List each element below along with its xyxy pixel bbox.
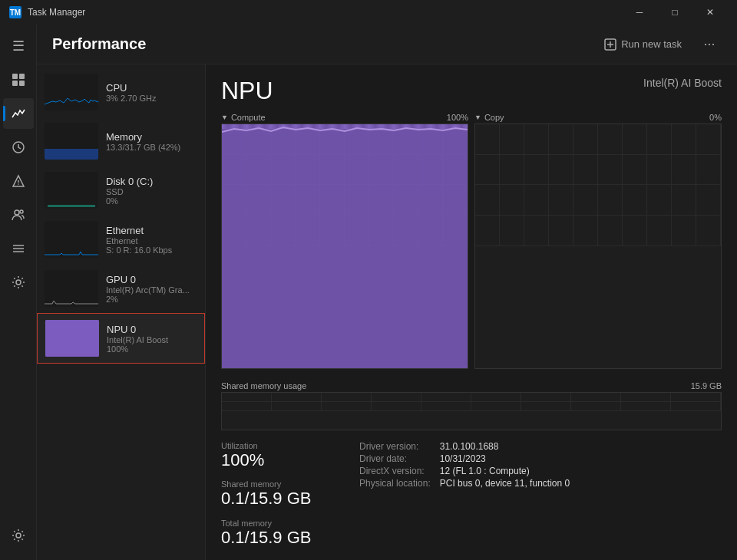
copy-chart-box xyxy=(474,124,722,369)
device-item-cpu[interactable]: CPU 3% 2.70 GHz xyxy=(37,68,205,117)
copy-chart-section: ▼ Copy 0% xyxy=(474,113,722,369)
svg-rect-2 xyxy=(12,81,18,86)
device-item-npu[interactable]: NPU 0 Intel(R) AI Boost 100% xyxy=(37,313,205,364)
physical-location-label: Physical location: xyxy=(359,478,431,489)
shared-mem-header: Shared memory usage 15.9 GB xyxy=(221,381,722,390)
minimize-button[interactable]: ─ xyxy=(622,0,657,25)
copy-label-row: ▼ Copy 0% xyxy=(474,113,722,122)
compute-label: ▼ Compute xyxy=(221,113,266,122)
page-title: Performance xyxy=(52,35,146,53)
close-button[interactable]: ✕ xyxy=(692,0,728,25)
app-icon: TM xyxy=(9,6,21,18)
ethernet-graph xyxy=(45,221,98,258)
copy-chart-grid xyxy=(475,124,721,368)
compute-pct: 100% xyxy=(447,113,468,122)
utilization-label: Utilization xyxy=(221,441,359,450)
device-item-memory[interactable]: Memory 13.3/31.7 GB (42%) xyxy=(37,117,205,166)
npu-info: NPU 0 Intel(R) AI Boost 100% xyxy=(107,324,197,354)
disk-name: Disk 0 (C:) xyxy=(106,176,197,187)
ethernet-value: S: 0 R: 16.0 Kbps xyxy=(106,245,197,255)
gpu-value: 2% xyxy=(106,295,197,304)
stat-total-memory: Total memory 0.1/15.9 GB xyxy=(221,519,359,548)
device-thumb-cpu xyxy=(45,74,98,110)
physical-location-value: PCI bus 0, device 11, function 0 xyxy=(440,478,722,489)
maximize-button[interactable]: □ xyxy=(657,0,692,25)
sidebar-item-services[interactable] xyxy=(3,267,34,298)
npu-header: NPU Intel(R) AI Boost xyxy=(221,77,722,105)
sidebar-item-history[interactable] xyxy=(3,132,34,163)
sidebar-item-performance[interactable] xyxy=(3,98,34,129)
device-item-gpu[interactable]: GPU 0 Intel(R) Arc(TM) Gra... 2% xyxy=(37,264,205,313)
copy-pct: 0% xyxy=(709,113,722,122)
compute-chart-section: ▼ Compute 100% xyxy=(221,113,468,369)
device-thumb-disk xyxy=(45,172,98,209)
npu-brand: Intel(R) AI Boost xyxy=(643,77,722,89)
device-thumb-memory xyxy=(45,123,98,160)
stat-shared-memory: Shared memory 0.1/15.9 GB xyxy=(221,479,359,509)
stat-utilization: Utilization 100% xyxy=(221,441,359,470)
ethernet-info: Ethernet Ethernet S: 0 R: 16.0 Kbps xyxy=(106,225,197,255)
compute-chart-fill xyxy=(222,124,468,368)
npu-name: NPU 0 xyxy=(107,324,197,335)
charts-container: ▼ Compute 100% xyxy=(221,113,722,430)
svg-rect-3 xyxy=(19,81,25,86)
cpu-info: CPU 3% 2.70 GHz xyxy=(106,82,197,103)
sidebar-item-details[interactable] xyxy=(3,233,34,264)
device-thumb-gpu xyxy=(45,270,98,307)
driver-version-value: 31.0.100.1688 xyxy=(440,441,722,452)
content-area: Performance Run new task ··· xyxy=(37,25,737,560)
gpu-graph xyxy=(45,270,98,307)
run-new-task-button[interactable]: Run new task xyxy=(598,35,688,54)
sidebar-item-processes[interactable] xyxy=(3,64,34,95)
directx-label: DirectX version: xyxy=(359,466,431,476)
compute-label-row: ▼ Compute 100% xyxy=(221,113,468,122)
copy-chevron-icon: ▼ xyxy=(474,114,481,121)
more-options-button[interactable]: ··· xyxy=(697,32,722,57)
utilization-value: 100% xyxy=(221,450,359,470)
device-list: CPU 3% 2.70 GHz Memory 13.3/31.7 GB (42%… xyxy=(37,64,206,560)
app-body: ☰ Performance xyxy=(0,25,737,560)
copy-label: ▼ Copy xyxy=(474,113,504,122)
sidebar-menu-button[interactable]: ☰ xyxy=(3,31,34,61)
cpu-graph xyxy=(45,74,98,110)
shared-mem-max: 15.9 GB xyxy=(691,381,722,390)
svg-rect-0 xyxy=(12,74,18,79)
run-task-icon xyxy=(604,38,616,51)
shared-mem-grid xyxy=(222,393,721,430)
title-bar-left: TM Task Manager xyxy=(9,6,85,18)
header-actions: Run new task ··· xyxy=(598,32,722,57)
driver-date-label: Driver date: xyxy=(359,453,431,464)
device-item-ethernet[interactable]: Ethernet Ethernet S: 0 R: 16.0 Kbps xyxy=(37,215,205,264)
device-thumb-ethernet xyxy=(45,221,98,258)
shared-memory-value: 0.1/15.9 GB xyxy=(221,489,359,509)
shared-memory-section: Shared memory usage 15.9 GB xyxy=(221,381,722,430)
shared-memory-label: Shared memory xyxy=(221,479,359,489)
stats-left: Utilization 100% Shared memory 0.1/15.9 … xyxy=(221,441,359,548)
compute-chevron-icon: ▼ xyxy=(221,114,228,121)
shared-mem-chart-box xyxy=(221,392,722,430)
svg-point-7 xyxy=(18,183,19,185)
sidebar-bottom xyxy=(3,520,34,560)
settings-button[interactable] xyxy=(3,520,34,551)
memory-info: Memory 13.3/31.7 GB (42%) xyxy=(106,131,197,152)
compute-waveline xyxy=(222,124,468,140)
sidebar-item-users[interactable] xyxy=(3,199,34,230)
svg-point-14 xyxy=(16,533,21,538)
disk-sub: SSD xyxy=(106,187,197,196)
window-title: Task Manager xyxy=(28,7,85,18)
svg-point-8 xyxy=(15,210,19,215)
stats-section: Utilization 100% Shared memory 0.1/15.9 … xyxy=(221,441,722,548)
charts-row: ▼ Compute 100% xyxy=(221,113,722,369)
cpu-name: CPU xyxy=(106,82,197,94)
svg-rect-1 xyxy=(19,74,25,79)
disk-info: Disk 0 (C:) SSD 0% xyxy=(106,176,197,206)
sidebar-item-startup[interactable] xyxy=(3,166,34,196)
main-content: CPU 3% 2.70 GHz Memory 13.3/31.7 GB (42%… xyxy=(37,64,737,560)
stats-right: Driver version: 31.0.100.1688 Driver dat… xyxy=(359,441,722,548)
memory-name: Memory xyxy=(106,131,197,143)
ethernet-name: Ethernet xyxy=(106,225,197,236)
compute-chart-box xyxy=(221,124,468,369)
device-item-disk[interactable]: Disk 0 (C:) SSD 0% xyxy=(37,166,205,215)
disk-value: 0% xyxy=(106,196,197,206)
directx-value: 12 (FL 1.0 : Compute) xyxy=(440,466,722,476)
